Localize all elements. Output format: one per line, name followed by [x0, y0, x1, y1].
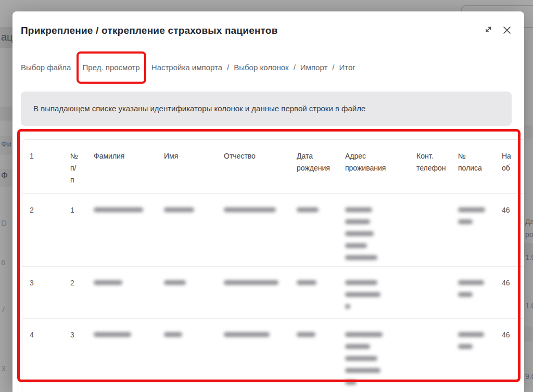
background-fragment: рожд: [525, 230, 533, 239]
redacted-text: [458, 332, 484, 337]
step-label: Настройка импорта: [151, 63, 222, 72]
background-fragment: ац: [1, 31, 12, 43]
redacted-text: [164, 280, 186, 285]
import-wizard-modal: Прикрепление / открепление страховых пац…: [12, 11, 524, 392]
step-separator: /: [227, 63, 229, 72]
redacted-text: [458, 344, 473, 349]
table-cell: [157, 194, 217, 267]
table-cell: [86, 319, 157, 392]
background-band: [524, 326, 533, 341]
step-item[interactable]: Выбор колонок: [234, 63, 288, 72]
table-cell: [338, 194, 409, 267]
table-cell: 2: [63, 267, 86, 319]
preview-table: 1№п/пФамилияИмяОтчествоДатарожденияАдрес…: [22, 140, 524, 392]
close-x-icon: [502, 25, 512, 36]
background-fragment: Ф: [1, 171, 8, 181]
background-band: [0, 107, 12, 121]
table-cell: [289, 319, 338, 392]
redacted-text: [458, 219, 473, 224]
background-page-left-strip: ацФиФD673: [0, 0, 12, 392]
step-item[interactable]: Выбор файла: [21, 63, 71, 72]
table-header-cell: Датарождения: [289, 140, 338, 194]
redacted-text: [297, 207, 319, 212]
background-fragment: D: [1, 218, 7, 227]
info-banner: В выпадающем списке указаны идентификато…: [21, 92, 512, 126]
redacted-text: [345, 368, 380, 373]
step-label: Итог: [339, 63, 355, 72]
redacted-text: [94, 207, 143, 212]
step-label: Выбор файла: [21, 63, 71, 72]
table-row: 3246: [22, 267, 524, 319]
table-cell: [86, 267, 157, 319]
redacted-text: [458, 280, 484, 285]
table-cell: [409, 194, 451, 267]
table-cell: 46: [494, 194, 524, 267]
redacted-text: [345, 356, 377, 361]
table-cell: [217, 267, 289, 319]
redacted-text: [345, 280, 377, 285]
redacted-text: [164, 207, 194, 212]
table-cell: 46: [494, 319, 524, 392]
table-header-cell: №полиса: [451, 140, 494, 194]
table-cell: 3: [63, 319, 86, 392]
redacted-text: [224, 207, 276, 212]
redacted-text: [345, 332, 383, 337]
table-cell: [409, 267, 451, 319]
step-separator: /: [332, 63, 334, 72]
redacted-text: [345, 219, 370, 224]
table-cell: 4: [22, 319, 63, 392]
redacted-text: [345, 255, 377, 260]
redacted-text: [297, 332, 315, 337]
background-fragment: 3: [1, 364, 5, 373]
redacted-text: [345, 292, 380, 297]
table-cell: 2: [22, 194, 63, 267]
step-label: Пред. просмотр: [83, 63, 140, 72]
step-separator: /: [294, 63, 296, 72]
step-item[interactable]: Пред. просмотр: [83, 59, 140, 76]
table-cell: [338, 319, 409, 392]
background-fragment: 1.0: [525, 253, 533, 262]
table-header-cell: Конт.телефон: [409, 140, 451, 194]
redacted-text: [297, 280, 316, 285]
table-cell: [409, 319, 451, 392]
step-item[interactable]: Импорт: [300, 63, 327, 72]
wizard-steps: Выбор файла/Пред. просмотр/Настройка имп…: [21, 59, 356, 76]
redacted-text: [164, 332, 182, 337]
background-page-right-strip: Датарожд1.01.09.0: [524, 0, 533, 392]
background-fragment: 7: [1, 305, 5, 313]
redacted-text: [458, 207, 485, 212]
table-cell: [451, 319, 494, 392]
preview-table-container: 1№п/пФамилияИмяОтчествоДатарожденияАдрес…: [22, 139, 524, 392]
table-cell: [86, 194, 157, 267]
table-row: 4346: [22, 319, 524, 392]
table-header-cell: Имя: [157, 140, 217, 194]
table-cell: 3: [22, 267, 63, 319]
table-header-cell: №п/п: [63, 140, 86, 194]
background-fragment: Фи: [1, 139, 11, 148]
table-cell: [217, 194, 289, 267]
redacted-text: [345, 207, 372, 212]
redacted-text: [94, 332, 131, 337]
table-cell: 1: [63, 194, 86, 267]
table-cell: [451, 194, 494, 267]
close-button[interactable]: [501, 24, 513, 37]
redacted-text: [224, 280, 278, 285]
table-cell: [451, 267, 494, 319]
step-label: Импорт: [300, 63, 327, 72]
table-header-cell: 1: [22, 140, 63, 194]
table-header-cell: Адреспроживания: [338, 140, 409, 194]
redacted-text: [224, 332, 270, 337]
step-item[interactable]: Итог: [339, 63, 355, 72]
table-row: 2146: [22, 194, 524, 267]
table-cell: [157, 267, 217, 319]
info-banner-text: В выпадающем списке указаны идентификато…: [21, 92, 512, 126]
table-header-cell: Фамилия: [86, 140, 157, 194]
step-item[interactable]: Настройка импорта: [151, 63, 222, 72]
redacted-text: [345, 304, 350, 309]
collapse-diagonal-icon: [483, 25, 493, 37]
redacted-text: [345, 344, 370, 349]
table-header-row: 1№п/пФамилияИмяОтчествоДатарожденияАдрес…: [22, 140, 524, 194]
collapse-button[interactable]: [482, 24, 494, 37]
redacted-text: [94, 280, 122, 285]
table-header-cell: Отчество: [217, 140, 289, 194]
